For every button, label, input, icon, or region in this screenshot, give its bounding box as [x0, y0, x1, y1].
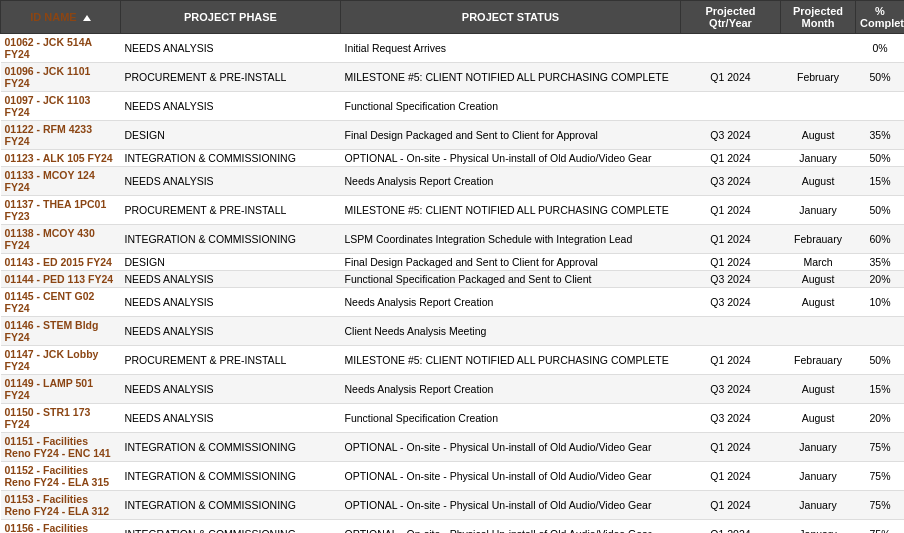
cell-month: August — [781, 375, 856, 404]
cell-id: 01156 - Facilities Reno FY24 - TMH 201 — [1, 520, 121, 534]
cell-pct: 50% — [856, 150, 905, 167]
cell-status: OPTIONAL - On-site - Physical Un-install… — [341, 150, 681, 167]
table-row: 01123 - ALK 105 FY24INTEGRATION & COMMIS… — [1, 150, 905, 167]
cell-pct: 35% — [856, 254, 905, 271]
cell-status: Needs Analysis Report Creation — [341, 288, 681, 317]
cell-month: January — [781, 150, 856, 167]
cell-status: Functional Specification Creation — [341, 404, 681, 433]
cell-status: OPTIONAL - On-site - Physical Un-install… — [341, 433, 681, 462]
cell-phase: DESIGN — [121, 254, 341, 271]
cell-status: Functional Specification Creation — [341, 92, 681, 121]
cell-qtr: Q1 2024 — [681, 63, 781, 92]
table-header-row: ID NAME PROJECT PHASE PROJECT STATUS Pro… — [1, 1, 905, 34]
sort-icon — [83, 15, 91, 21]
cell-month: August — [781, 121, 856, 150]
cell-id: 01122 - RFM 4233 FY24 — [1, 121, 121, 150]
table-row: 01147 - JCK Lobby FY24PROCUREMENT & PRE-… — [1, 346, 905, 375]
cell-phase: NEEDS ANALYSIS — [121, 288, 341, 317]
cell-month: January — [781, 520, 856, 534]
table-row: 01151 - Facilities Reno FY24 - ENC 141IN… — [1, 433, 905, 462]
cell-qtr: Q3 2024 — [681, 271, 781, 288]
cell-pct: 75% — [856, 520, 905, 534]
cell-phase: INTEGRATION & COMMISSIONING — [121, 433, 341, 462]
cell-phase: INTEGRATION & COMMISSIONING — [121, 462, 341, 491]
cell-status: Initial Request Arrives — [341, 34, 681, 63]
header-projected-qtr[interactable]: Projected Qtr/Year — [681, 1, 781, 34]
cell-month: August — [781, 288, 856, 317]
table-row: 01156 - Facilities Reno FY24 - TMH 201IN… — [1, 520, 905, 534]
cell-qtr: Q1 2024 — [681, 462, 781, 491]
cell-id: 01133 - MCOY 124 FY24 — [1, 167, 121, 196]
cell-pct: 75% — [856, 433, 905, 462]
cell-pct: 15% — [856, 375, 905, 404]
cell-status: OPTIONAL - On-site - Physical Un-install… — [341, 462, 681, 491]
header-id-name[interactable]: ID NAME — [1, 1, 121, 34]
cell-pct: 75% — [856, 462, 905, 491]
cell-id: 01062 - JCK 514A FY24 — [1, 34, 121, 63]
cell-status: Functional Specification Packaged and Se… — [341, 271, 681, 288]
table-row: 01146 - STEM Bldg FY24NEEDS ANALYSISClie… — [1, 317, 905, 346]
cell-qtr: Q1 2024 — [681, 491, 781, 520]
cell-qtr: Q3 2024 — [681, 404, 781, 433]
cell-month: March — [781, 254, 856, 271]
table-row: 01096 - JCK 1101 FY24PROCUREMENT & PRE-I… — [1, 63, 905, 92]
cell-id: 01096 - JCK 1101 FY24 — [1, 63, 121, 92]
cell-status: MILESTONE #5: CLIENT NOTIFIED ALL PURCHA… — [341, 63, 681, 92]
table-row: 01153 - Facilities Reno FY24 - ELA 312IN… — [1, 491, 905, 520]
table-row: 01145 - CENT G02 FY24NEEDS ANALYSISNeeds… — [1, 288, 905, 317]
cell-status: Needs Analysis Report Creation — [341, 375, 681, 404]
cell-pct: 50% — [856, 346, 905, 375]
cell-phase: INTEGRATION & COMMISSIONING — [121, 520, 341, 534]
cell-pct: 50% — [856, 63, 905, 92]
cell-qtr: Q3 2024 — [681, 167, 781, 196]
cell-month: January — [781, 433, 856, 462]
cell-pct: 10% — [856, 288, 905, 317]
cell-phase: PROCUREMENT & PRE-INSTALL — [121, 63, 341, 92]
cell-phase: NEEDS ANALYSIS — [121, 92, 341, 121]
cell-qtr: Q1 2024 — [681, 346, 781, 375]
cell-qtr: Q1 2024 — [681, 225, 781, 254]
cell-pct — [856, 317, 905, 346]
header-project-phase[interactable]: PROJECT PHASE — [121, 1, 341, 34]
cell-phase: DESIGN — [121, 121, 341, 150]
cell-phase: INTEGRATION & COMMISSIONING — [121, 225, 341, 254]
cell-pct: 15% — [856, 167, 905, 196]
cell-qtr — [681, 34, 781, 63]
cell-status: OPTIONAL - On-site - Physical Un-install… — [341, 491, 681, 520]
cell-month: January — [781, 462, 856, 491]
cell-month: February — [781, 63, 856, 92]
cell-id: 01123 - ALK 105 FY24 — [1, 150, 121, 167]
cell-month: Febrauary — [781, 225, 856, 254]
cell-phase: INTEGRATION & COMMISSIONING — [121, 150, 341, 167]
cell-id: 01150 - STR1 173 FY24 — [1, 404, 121, 433]
cell-id: 01143 - ED 2015 FY24 — [1, 254, 121, 271]
cell-id: 01144 - PED 113 FY24 — [1, 271, 121, 288]
cell-month: January — [781, 491, 856, 520]
header-pct-complete[interactable]: % Complete — [856, 1, 905, 34]
header-projected-month[interactable]: Projected Month — [781, 1, 856, 34]
cell-id: 01149 - LAMP 501 FY24 — [1, 375, 121, 404]
cell-pct: 75% — [856, 491, 905, 520]
cell-id: 01146 - STEM Bldg FY24 — [1, 317, 121, 346]
cell-status: Client Needs Analysis Meeting — [341, 317, 681, 346]
cell-phase: INTEGRATION & COMMISSIONING — [121, 491, 341, 520]
cell-phase: NEEDS ANALYSIS — [121, 317, 341, 346]
cell-qtr: Q3 2024 — [681, 288, 781, 317]
header-project-status[interactable]: PROJECT STATUS — [341, 1, 681, 34]
table-row: 01137 - THEA 1PC01 FY23PROCUREMENT & PRE… — [1, 196, 905, 225]
table-row: 01138 - MCOY 430 FY24INTEGRATION & COMMI… — [1, 225, 905, 254]
table-row: 01144 - PED 113 FY24NEEDS ANALYSISFuncti… — [1, 271, 905, 288]
cell-phase: NEEDS ANALYSIS — [121, 167, 341, 196]
cell-month — [781, 92, 856, 121]
cell-id: 01137 - THEA 1PC01 FY23 — [1, 196, 121, 225]
cell-qtr: Q1 2024 — [681, 150, 781, 167]
cell-month — [781, 34, 856, 63]
cell-status: MILESTONE #5: CLIENT NOTIFIED ALL PURCHA… — [341, 346, 681, 375]
table-row: 01143 - ED 2015 FY24DESIGNFinal Design P… — [1, 254, 905, 271]
cell-status: Final Design Packaged and Sent to Client… — [341, 121, 681, 150]
cell-month: August — [781, 167, 856, 196]
cell-qtr: Q3 2024 — [681, 375, 781, 404]
cell-qtr — [681, 92, 781, 121]
cell-id: 01138 - MCOY 430 FY24 — [1, 225, 121, 254]
cell-qtr — [681, 317, 781, 346]
